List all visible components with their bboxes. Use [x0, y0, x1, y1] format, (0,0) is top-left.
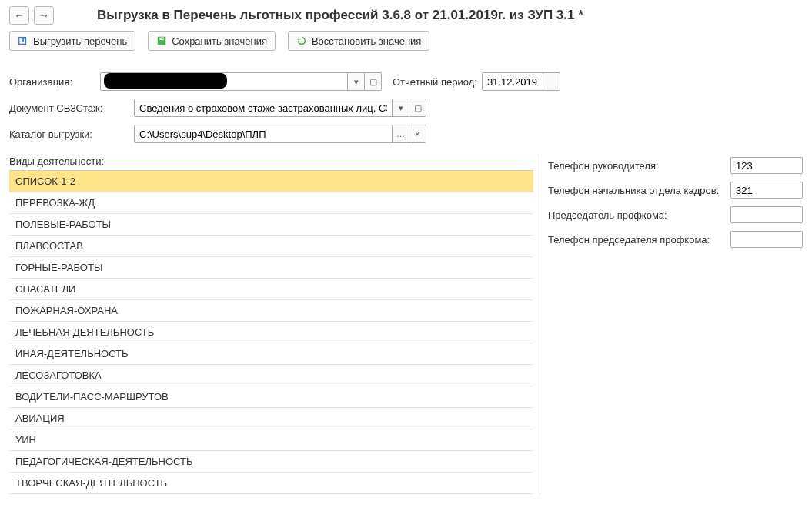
- tel-head-input[interactable]: [730, 157, 803, 174]
- svg-rect-3: [162, 38, 163, 40]
- org-open-button[interactable]: ▢: [364, 73, 381, 90]
- arrow-right-icon: →: [38, 9, 49, 22]
- chevron-down-icon: ▾: [399, 103, 403, 113]
- activity-item[interactable]: ВОДИТЕЛИ-ПАСС-МАРШРУТОВ: [9, 386, 533, 408]
- activity-item[interactable]: ПЕРЕВОЗКА-ЖД: [9, 192, 533, 214]
- tel-chairman-label: Телефон председателя профкома:: [548, 234, 724, 246]
- period-label: Отчетный период:: [393, 76, 477, 88]
- activity-item[interactable]: ГОРНЫЕ-РАБОТЫ: [9, 257, 533, 279]
- activity-item[interactable]: ЛЕСОЗАГОТОВКА: [9, 365, 533, 386]
- chairman-input[interactable]: [730, 206, 803, 223]
- ellipsis-icon: …: [396, 129, 405, 139]
- activities-list: СПИСОК-1-2ПЕРЕВОЗКА-ЖДПОЛЕВЫЕ-РАБОТЫПЛАВ…: [9, 170, 533, 494]
- period-calendar-button[interactable]: [543, 73, 560, 90]
- activity-item[interactable]: ПОЛЕВЫЕ-РАБОТЫ: [9, 214, 533, 236]
- catalog-label: Каталог выгрузки:: [9, 129, 129, 140]
- activity-item[interactable]: СПИСОК-1-2: [9, 171, 533, 192]
- tel-hr-label: Телефон начальника отдела кадров:: [548, 185, 724, 196]
- org-field[interactable]: ▾ ▢: [100, 72, 382, 91]
- open-icon: ▢: [369, 77, 377, 87]
- arrow-left-icon: ←: [14, 9, 25, 22]
- activity-item[interactable]: СПАСАТЕЛИ: [9, 279, 533, 300]
- restore-button[interactable]: Восстановить значения: [288, 31, 429, 51]
- catalog-input[interactable]: [135, 125, 392, 142]
- org-label: Организация:: [9, 76, 95, 88]
- nav-back-button[interactable]: ←: [9, 6, 29, 25]
- doc-field[interactable]: ▾ ▢: [134, 99, 426, 117]
- clear-icon: ×: [415, 129, 419, 139]
- catalog-browse-button[interactable]: …: [392, 125, 409, 142]
- activity-item[interactable]: УИН: [9, 429, 533, 451]
- catalog-clear-button[interactable]: ×: [409, 125, 426, 142]
- activity-item[interactable]: ПОЖАРНАЯ-ОХРАНА: [9, 300, 533, 322]
- org-redacted: [104, 73, 227, 89]
- save-button-label: Сохранить значения: [172, 35, 267, 47]
- tel-head-label: Телефон руководителя:: [548, 160, 724, 172]
- doc-label: Документ СВЗСтаж:: [9, 102, 129, 114]
- export-button-label: Выгрузить перечень: [33, 35, 127, 47]
- activity-item[interactable]: ПЛАВСОСТАВ: [9, 236, 533, 257]
- chairman-label: Председатель профкома:: [548, 209, 724, 221]
- export-button[interactable]: Выгрузить перечень: [9, 31, 135, 51]
- save-icon: [156, 35, 167, 46]
- activity-item[interactable]: ПЕДАГОГИЧЕСКАЯ-ДЕЯТЕЛЬНОСТЬ: [9, 451, 533, 473]
- doc-input[interactable]: [135, 99, 392, 116]
- open-icon: ▢: [414, 103, 422, 113]
- activity-item[interactable]: АВИАЦИЯ: [9, 408, 533, 429]
- save-button[interactable]: Сохранить значения: [148, 31, 276, 51]
- activity-item[interactable]: ЛЕЧЕБНАЯ-ДЕЯТЕЛЬНОСТЬ: [9, 322, 533, 343]
- activity-item[interactable]: ТВОРЧЕСКАЯ-ДЕЯТЕЛЬНОСТЬ: [9, 473, 533, 494]
- chevron-down-icon: ▾: [354, 77, 359, 87]
- doc-open-button[interactable]: ▢: [409, 99, 426, 116]
- nav-forward-button[interactable]: →: [34, 6, 54, 25]
- restore-button-label: Восстановить значения: [312, 35, 421, 47]
- activity-item[interactable]: ИНАЯ-ДЕЯТЕЛЬНОСТЬ: [9, 343, 533, 365]
- doc-dropdown-button[interactable]: ▾: [392, 99, 409, 116]
- org-dropdown-button[interactable]: ▾: [347, 73, 364, 90]
- page-title: Выгрузка в Перечень льготных профессий 3…: [97, 8, 583, 23]
- catalog-field[interactable]: … ×: [134, 125, 426, 143]
- period-field[interactable]: [482, 72, 560, 91]
- period-input[interactable]: [483, 73, 543, 90]
- activities-header: Виды деятельности:: [9, 155, 533, 167]
- export-icon: [18, 35, 28, 46]
- tel-chairman-input[interactable]: [730, 231, 803, 248]
- restore-icon: [296, 35, 307, 46]
- tel-hr-input[interactable]: [730, 182, 803, 199]
